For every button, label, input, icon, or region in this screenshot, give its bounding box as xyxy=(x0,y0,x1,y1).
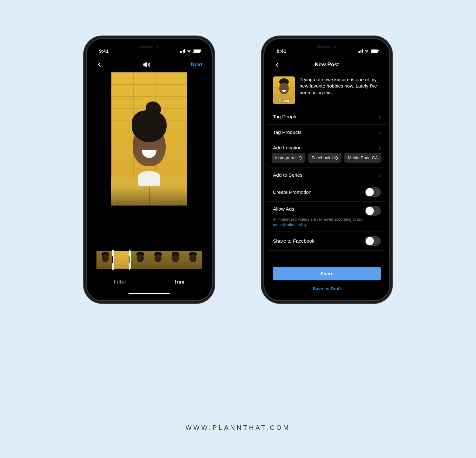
phone-notch xyxy=(122,43,176,51)
save-draft-link[interactable]: Save as Draft xyxy=(313,284,341,295)
phone-mockup-newpost: 9:41 New Post xyxy=(263,38,390,301)
page-title: New Post xyxy=(268,62,386,68)
home-indicator[interactable] xyxy=(129,293,170,294)
location-chip[interactable]: Instagram HQ xyxy=(272,153,305,163)
status-time: 9:41 xyxy=(277,48,286,54)
cover-label: Cover xyxy=(273,99,295,103)
newpost-nav-bar: New Post xyxy=(268,58,386,72)
monetization-policy-link[interactable]: monetization policy xyxy=(273,223,306,227)
tab-filter[interactable]: Filter xyxy=(114,279,126,285)
phone-notch xyxy=(300,43,354,51)
tag-people-row[interactable]: Tag People › xyxy=(268,109,386,125)
allow-ads-row: Allow Ads xyxy=(268,202,386,217)
chevron-right-icon: › xyxy=(379,129,381,135)
tag-products-row[interactable]: Tag Products › xyxy=(268,125,386,140)
chevron-right-icon: › xyxy=(379,114,381,120)
status-time: 9:41 xyxy=(99,48,109,54)
battery-icon xyxy=(371,49,378,53)
share-facebook-toggle[interactable] xyxy=(365,236,381,246)
caption-input[interactable]: Trying out new skincare is one of my new… xyxy=(300,76,381,104)
phone-mockup-edit: 9:41 Next xyxy=(86,38,213,301)
back-button[interactable] xyxy=(96,61,103,68)
add-series-row[interactable]: Add to Series › xyxy=(268,167,386,183)
chevron-right-icon: › xyxy=(379,145,381,151)
share-facebook-row: Share to Facebook xyxy=(268,232,386,251)
tab-trim[interactable]: Trim xyxy=(174,279,184,285)
wifi-icon xyxy=(364,49,369,53)
chevron-right-icon: › xyxy=(379,172,381,178)
next-button[interactable]: Next xyxy=(191,62,202,68)
trim-handles[interactable] xyxy=(112,250,131,270)
edit-mode-tabs: Filter Trim xyxy=(90,274,208,290)
allow-ads-toggle[interactable] xyxy=(365,206,381,216)
cellular-icon xyxy=(358,49,363,53)
caption-row: Cover Trying out new skincare is one of … xyxy=(268,72,386,109)
create-promotion-row: Create Promotion xyxy=(268,183,386,202)
cellular-icon xyxy=(180,49,185,53)
battery-icon xyxy=(193,49,201,53)
sound-toggle-icon[interactable] xyxy=(143,61,151,69)
create-promotion-toggle[interactable] xyxy=(365,187,381,197)
location-chip[interactable]: Menlo Park, CA xyxy=(344,153,381,163)
location-chip[interactable]: Facebook HQ xyxy=(308,153,341,163)
location-suggestions: Instagram HQ Facebook HQ Menlo Park, CA xyxy=(268,153,386,167)
watermark-url: WWW.PLANNTHAT.COM xyxy=(0,424,476,431)
ads-subtext: All monetized videos are reviewed accord… xyxy=(268,217,386,232)
svg-marker-0 xyxy=(144,62,147,67)
share-button[interactable]: Share xyxy=(273,267,381,280)
video-preview[interactable] xyxy=(90,72,208,251)
cover-thumbnail[interactable]: Cover xyxy=(273,76,295,104)
add-location-row[interactable]: Add Location › xyxy=(268,140,386,153)
wifi-icon xyxy=(187,49,191,53)
trim-timeline[interactable] xyxy=(96,251,202,269)
edit-nav-bar: Next xyxy=(90,58,208,72)
